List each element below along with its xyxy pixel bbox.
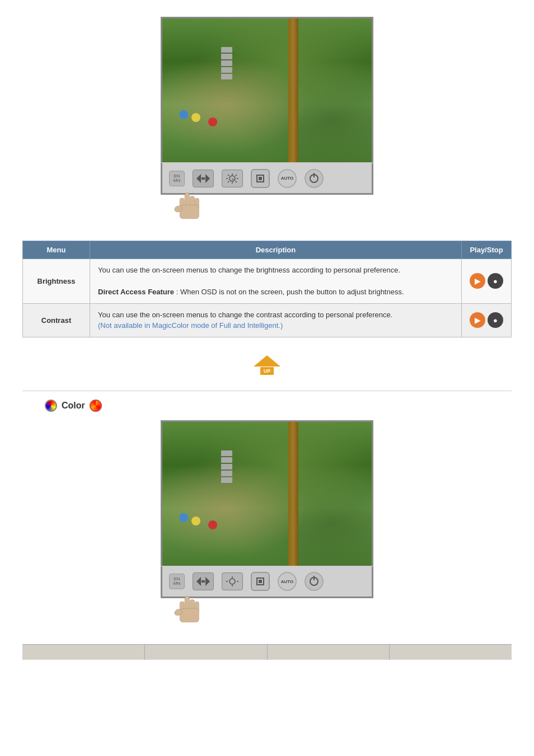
ball-red (208, 118, 217, 126)
up-arrow-inner: UP (254, 355, 280, 375)
monitor-container-2: ENMN AUTO (161, 420, 373, 633)
contrast-desc-line1: You can use the on-screen menus to chang… (98, 309, 453, 321)
contrast-play-button[interactable]: ▶ (470, 312, 485, 328)
ball-red-2 (208, 520, 217, 529)
contrast-label: Contrast (23, 303, 90, 337)
hand-cursor-1 (172, 190, 205, 229)
brightness-button-1[interactable]: ✳ (222, 170, 243, 187)
pagoda-tier-2 (221, 54, 232, 59)
menu-button-2[interactable]: ENMN (169, 574, 185, 589)
table-row-brightness: Brightness You can use the on-screen men… (23, 259, 512, 304)
svg-point-24 (229, 579, 235, 584)
hand-cursor-area-2 (161, 594, 373, 633)
bottom-bar-seg-4 (390, 645, 512, 660)
svg-rect-23 (202, 580, 205, 583)
color-icon-left (45, 400, 57, 412)
brightness-play-button[interactable]: ▶ (470, 273, 485, 289)
screen-content-2 (162, 422, 372, 566)
hand-cursor-2 (172, 594, 205, 633)
bottom-bar-seg-1 (22, 645, 145, 660)
brightness-description: You can use the on-screen menus to chang… (90, 259, 462, 304)
table-header-description: Description (90, 241, 462, 259)
contrast-play-cell: ▶ ● (462, 303, 512, 337)
section-divider (22, 391, 512, 391)
svg-rect-19 (180, 205, 199, 219)
svg-rect-35 (180, 608, 199, 622)
pagoda-tier-5 (221, 74, 232, 79)
up-arrow-section: UP (22, 349, 512, 382)
power-button-2[interactable] (305, 572, 324, 591)
up-arrow-label: UP (260, 367, 274, 375)
pagoda-tier-4 (221, 67, 232, 73)
up-arrow-triangle (254, 355, 280, 367)
brightness-label: Brightness (23, 259, 90, 304)
page-wrapper: ENMN ✳ (0, 0, 534, 756)
brightness-bold-text: Direct Access Feature (98, 288, 174, 296)
power-icon-1 (310, 174, 318, 183)
contrast-note: (Not available in MagicColor mode of Ful… (98, 321, 283, 330)
table-header-menu: Menu (23, 241, 90, 259)
svg-rect-14 (259, 177, 262, 180)
color-section-title: Color (45, 400, 512, 412)
pagoda-2 (221, 450, 232, 495)
contrast-play-btns: ▶ ● (470, 312, 503, 328)
pagoda-tier-2-4 (221, 471, 232, 476)
menu-button-1[interactable]: ENMN (169, 171, 185, 186)
nav-button-2[interactable] (193, 572, 214, 590)
screen-content-1 (162, 18, 372, 162)
color-icon-right (90, 400, 102, 412)
brightness-play-cell: ▶ ● (462, 259, 512, 304)
ball-yellow (191, 113, 200, 122)
svg-marker-0 (196, 174, 201, 183)
pagoda-tier-1 (221, 47, 232, 53)
brightness-play-btns: ▶ ● (470, 273, 503, 289)
svg-line-11 (228, 181, 229, 182)
up-arrow: UP (250, 349, 284, 382)
pagoda-tier-2-2 (221, 457, 232, 463)
contrast-description: You can use the on-screen menus to chang… (90, 303, 462, 337)
svg-marker-1 (205, 174, 210, 183)
hand-cursor-area-1 (161, 190, 373, 229)
brightness-desc-line1: You can use the on-screen menus to chang… (98, 265, 453, 276)
auto-button-1[interactable]: AUTO (278, 169, 297, 188)
pagoda-tier-2-3 (221, 464, 232, 469)
bottom-bar-seg-3 (268, 645, 390, 660)
pagoda-tier-3 (221, 60, 232, 66)
pagoda (221, 47, 232, 92)
ball-yellow-2 (191, 516, 200, 525)
svg-line-10 (236, 175, 237, 176)
svg-line-8 (228, 175, 229, 176)
brightness-stop-button[interactable]: ● (488, 273, 503, 289)
svg-line-9 (236, 181, 237, 182)
brightness-button-2[interactable] (222, 572, 243, 590)
color-label: Color (62, 401, 85, 411)
brightness-desc-rest: : When OSD is not on the screen, push th… (174, 288, 404, 296)
info-table: Menu Description Play/Stop Brightness Yo… (22, 241, 512, 337)
contrast-stop-button[interactable]: ● (488, 312, 503, 328)
power-icon-2 (310, 577, 318, 586)
bottom-nav-bar (22, 644, 512, 660)
nav-button-1[interactable] (193, 170, 214, 187)
monitor-screen-1 (161, 17, 373, 162)
brightness-desc-line2: Direct Access Feature : When OSD is not … (98, 287, 453, 298)
square-button-2[interactable] (251, 572, 270, 591)
svg-marker-21 (196, 577, 201, 586)
monitor-screen-2 (161, 420, 373, 566)
monitor-section-2: ENMN AUTO (22, 420, 512, 633)
bottom-bar-seg-2 (145, 645, 268, 660)
ball-blue-2 (179, 513, 188, 522)
svg-text:✳: ✳ (231, 177, 235, 181)
power-button-1[interactable] (305, 169, 324, 188)
svg-marker-22 (205, 577, 210, 586)
svg-rect-30 (259, 580, 262, 583)
tree-trunk-2 (288, 422, 298, 566)
pagoda-tier-2-1 (221, 450, 232, 456)
square-button-1[interactable] (251, 169, 270, 188)
table-row-contrast: Contrast You can use the on-screen menus… (23, 303, 512, 337)
table-header-playstop: Play/Stop (462, 241, 512, 259)
ball-blue (179, 110, 188, 119)
tree-trunk (288, 18, 298, 162)
auto-button-2[interactable]: AUTO (278, 572, 297, 591)
monitor-container-1: ENMN ✳ (161, 17, 373, 229)
bottom-bar (22, 644, 512, 660)
